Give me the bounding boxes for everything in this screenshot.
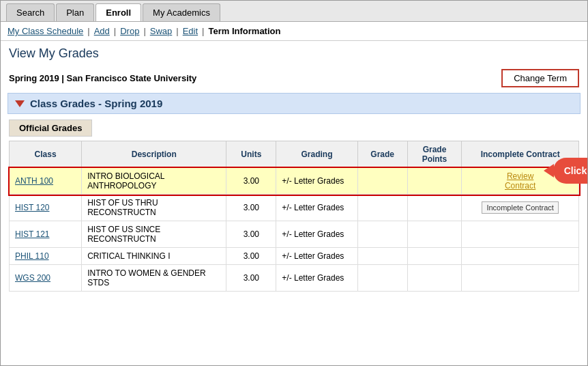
col-header-grade: Grade	[357, 141, 407, 168]
incomplete-tooltip: Incomplete Contract	[482, 201, 558, 214]
collapse-icon[interactable]	[15, 100, 25, 107]
cell-grade-points	[407, 265, 462, 292]
cell-units: 3.00	[226, 168, 276, 195]
table-row: WGS 200INTRO TO WOMEN & GENDER STDS3.00+…	[10, 265, 579, 292]
cell-incomplete-contract	[462, 248, 579, 265]
class-link[interactable]: HIST 121	[15, 229, 49, 239]
secondary-navigation: My Class Schedule | Add | Drop | Swap | …	[1, 22, 587, 41]
col-header-grading: Grading	[276, 141, 357, 168]
term-label: Spring 2019 | San Francisco State Univer…	[9, 73, 196, 83]
table-row: PHIL 110CRITICAL THINKING I3.00+/- Lette…	[10, 248, 579, 265]
col-header-units: Units	[226, 141, 276, 168]
cell-description: INTRO BIOLOGICAL ANTHROPOLOGY	[82, 168, 226, 195]
class-link[interactable]: PHIL 110	[15, 251, 49, 261]
col-header-grade-points: Grade Points	[407, 141, 462, 168]
cell-incomplete-contract	[462, 265, 579, 292]
table-row: ANTH 100INTRO BIOLOGICAL ANTHROPOLOGY3.0…	[10, 168, 579, 195]
table-row: HIST 120HIST OF US THRU RECONSTRUCTN3.00…	[10, 195, 579, 221]
nav-term-information: Term Information	[209, 26, 281, 36]
cell-grading: +/- Letter Grades	[276, 248, 357, 265]
cell-grade	[357, 221, 407, 248]
cell-class: HIST 120	[10, 195, 82, 221]
cell-description: CRITICAL THINKING I	[82, 248, 226, 265]
cell-grading: +/- Letter Grades	[276, 265, 357, 292]
cell-units: 3.00	[226, 248, 276, 265]
cell-units: 3.00	[226, 221, 276, 248]
page-title: View My Grades	[1, 41, 587, 64]
sep5: |	[202, 26, 204, 36]
cell-class: WGS 200	[10, 265, 82, 292]
cell-description: HIST OF US THRU RECONSTRUCTN	[82, 195, 226, 221]
callout-bubble: Click Contract Link	[553, 158, 588, 184]
class-link[interactable]: HIST 120	[15, 203, 49, 212]
tab-search[interactable]: Search	[6, 3, 55, 21]
cell-grade	[357, 248, 407, 265]
review-contract-link[interactable]: Review Contract	[505, 171, 535, 191]
table-row: HIST 121HIST OF US SINCE RECONSTRUCTN3.0…	[10, 221, 579, 248]
sep1: |	[87, 26, 89, 36]
sep3: |	[143, 26, 145, 36]
tab-my-academics[interactable]: My Academics	[143, 3, 220, 21]
cell-grade-points	[407, 168, 462, 195]
section-title: Class Grades - Spring 2019	[30, 98, 162, 109]
class-link[interactable]: ANTH 100	[15, 176, 53, 186]
nav-swap[interactable]: Swap	[150, 26, 173, 36]
cell-incomplete-contract	[462, 221, 579, 248]
cell-grading: +/- Letter Grades	[276, 195, 357, 221]
cell-grade-points	[407, 221, 462, 248]
sep2: |	[114, 26, 116, 36]
col-header-description: Description	[82, 141, 226, 168]
top-navigation: Search Plan Enroll My Academics	[1, 1, 587, 22]
nav-my-class-schedule[interactable]: My Class Schedule	[8, 26, 83, 36]
cell-grade	[357, 168, 407, 195]
tab-enroll[interactable]: Enroll	[95, 3, 141, 21]
section-header: Class Grades - Spring 2019	[8, 93, 580, 114]
tab-official-grades[interactable]: Official Grades	[9, 119, 92, 137]
cell-grade	[357, 265, 407, 292]
class-link[interactable]: WGS 200	[15, 273, 50, 283]
cell-grade-points	[407, 248, 462, 265]
cell-grade	[357, 195, 407, 221]
nav-edit[interactable]: Edit	[183, 26, 198, 36]
cell-units: 3.00	[226, 265, 276, 292]
cell-grading: +/- Letter Grades	[276, 221, 357, 248]
change-term-button[interactable]: Change Term	[501, 69, 579, 87]
cell-class: HIST 121	[10, 221, 82, 248]
cell-class: ANTH 100	[10, 168, 82, 195]
tab-plan[interactable]: Plan	[56, 3, 94, 21]
sep4: |	[176, 26, 178, 36]
term-bar: Spring 2019 | San Francisco State Univer…	[1, 64, 587, 93]
main-content: Official Grades Class Description Units …	[1, 114, 587, 297]
cell-class: PHIL 110	[10, 248, 82, 265]
nav-drop[interactable]: Drop	[120, 26, 139, 36]
nav-add[interactable]: Add	[94, 26, 110, 36]
cell-units: 3.00	[226, 195, 276, 221]
cell-grade-points	[407, 195, 462, 221]
cell-incomplete-contract: Review ContractClick Contract Link	[462, 168, 579, 195]
cell-incomplete-contract: Incomplete Contract	[462, 195, 579, 221]
col-header-class: Class	[10, 141, 82, 168]
cell-description: HIST OF US SINCE RECONSTRUCTN	[82, 221, 226, 248]
cell-description: INTRO TO WOMEN & GENDER STDS	[82, 265, 226, 292]
grades-table: Class Description Units Grading Grade Gr…	[9, 141, 579, 292]
cell-grading: +/- Letter Grades	[276, 168, 357, 195]
